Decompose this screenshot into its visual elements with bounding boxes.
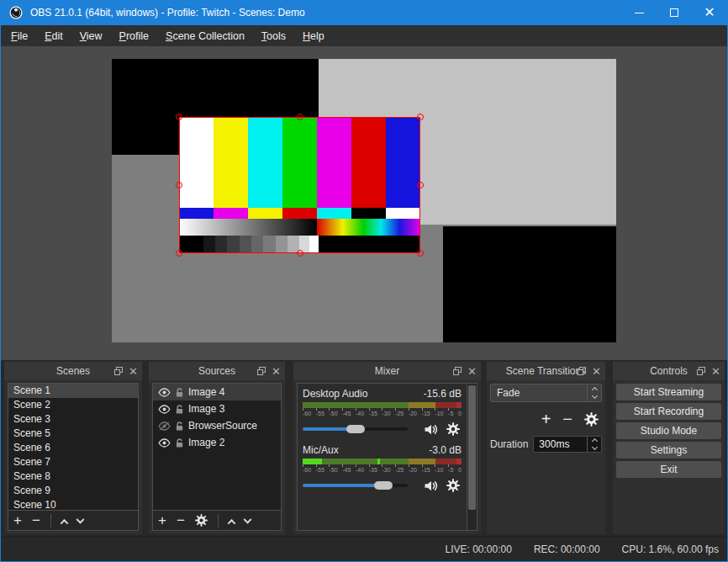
volume-slider[interactable]	[303, 484, 408, 487]
source-list-item[interactable]: Image 3	[153, 400, 281, 417]
mute-speaker-icon[interactable]	[423, 480, 440, 492]
move-source-up-button[interactable]	[229, 513, 235, 528]
window-controls: ✕	[621, 0, 727, 25]
volume-slider[interactable]	[303, 427, 408, 431]
channel-db-value: -3.0 dB	[429, 444, 462, 456]
source-list-item[interactable]: BrowserSource	[153, 417, 281, 434]
float-panel-icon[interactable]	[257, 367, 266, 375]
selection-handle-topmid[interactable]	[297, 114, 303, 120]
lock-icon[interactable]	[175, 437, 184, 448]
selection-handle-bottommid[interactable]	[297, 250, 303, 257]
selection-handle-midleft[interactable]	[176, 182, 182, 188]
testcard-reverse-bars	[179, 208, 420, 219]
source-list-item[interactable]: Image 4	[153, 384, 281, 400]
float-panel-icon[interactable]	[114, 367, 123, 375]
sources-panel-header[interactable]: Sources ✕	[149, 362, 285, 380]
minimize-button[interactable]	[621, 0, 657, 25]
scene-list-item[interactable]: Scene 8	[8, 469, 138, 484]
add-source-button[interactable]: +	[158, 513, 166, 528]
source-list-item[interactable]: Image 2	[153, 434, 281, 451]
remove-scene-button[interactable]: −	[32, 513, 40, 528]
visible-eye-icon[interactable]	[158, 405, 171, 414]
mute-speaker-icon[interactable]	[423, 423, 440, 436]
transition-properties-gear-icon[interactable]	[584, 412, 599, 427]
canvas-black-rect-bottomright[interactable]	[443, 226, 616, 342]
selection-handle-topright[interactable]	[417, 114, 424, 120]
scene-list-item[interactable]: Scene 2	[8, 398, 138, 412]
scene-list-item[interactable]: Scene 7	[8, 455, 138, 469]
source-properties-gear-icon[interactable]	[195, 514, 208, 527]
controls-panel-header[interactable]: Controls ✕	[613, 362, 725, 380]
channel-db-value: -15.6 dB	[424, 388, 462, 400]
mixer-scrollbar[interactable]	[467, 384, 477, 530]
scrollbar-thumb[interactable]	[468, 385, 476, 510]
close-panel-icon[interactable]: ✕	[467, 366, 477, 377]
maximize-button[interactable]	[657, 0, 692, 25]
channel-settings-gear-icon[interactable]	[445, 479, 462, 492]
duration-spinbox[interactable]: 300ms	[533, 436, 602, 453]
source-name: Image 2	[188, 437, 224, 448]
scenes-list: Scene 1 Scene 2 Scene 3 Scene 5 Scene 6 …	[8, 384, 138, 510]
transition-select[interactable]: Fade	[490, 384, 602, 402]
scene-canvas[interactable]	[112, 59, 616, 342]
scene-list-item[interactable]: Scene 1	[8, 384, 138, 398]
add-scene-button[interactable]: +	[13, 513, 22, 528]
combo-spinner[interactable]	[587, 384, 601, 401]
rec-time: REC: 00:00:00	[534, 543, 600, 555]
menu-edit[interactable]: Edit	[36, 27, 71, 45]
menu-help[interactable]: Help	[294, 27, 333, 45]
scenes-panel-header[interactable]: Scenes ✕	[4, 362, 142, 380]
scene-list-item[interactable]: Scene 6	[8, 441, 138, 455]
volume-slider-handle[interactable]	[374, 481, 393, 490]
close-panel-icon[interactable]: ✕	[592, 366, 601, 377]
float-panel-icon[interactable]	[453, 367, 462, 375]
hidden-eye-icon[interactable]	[158, 422, 171, 431]
selection-handle-topleft[interactable]	[176, 114, 182, 120]
sources-panel: Sources ✕ Image 4 Image 3	[149, 362, 285, 534]
menu-scene-collection[interactable]: Scene Collection	[157, 27, 253, 45]
selection-handle-bottomleft[interactable]	[176, 250, 182, 257]
scenes-toolbar: + −	[8, 510, 138, 530]
start-recording-button[interactable]: Start Recording	[616, 403, 721, 420]
channel-name: Desktop Audio	[303, 388, 367, 400]
mixer-channel-desktop-audio: Desktop Audio -15.6 dB -60-55-50-45-40-3…	[303, 388, 462, 436]
scene-list-item[interactable]: Scene 9	[8, 484, 138, 498]
scene-list-item[interactable]: Scene 3	[8, 412, 138, 427]
remove-source-button[interactable]: −	[177, 513, 185, 528]
close-panel-icon[interactable]: ✕	[129, 366, 138, 377]
scene-list-item[interactable]: Scene 5	[8, 427, 138, 441]
start-streaming-button[interactable]: Start Streaming	[616, 384, 721, 400]
duration-spinner[interactable]	[587, 437, 601, 452]
menu-view[interactable]: View	[71, 27, 111, 45]
menu-tools[interactable]: Tools	[253, 27, 294, 45]
mixer-panel-header[interactable]: Mixer ✕	[293, 362, 481, 380]
obs-window: OBS 21.0.1 (64bit, windows) - Profile: T…	[0, 0, 728, 562]
selection-handle-midright[interactable]	[417, 182, 424, 188]
move-scene-up-button[interactable]	[61, 513, 67, 528]
selection-handle-bottomright[interactable]	[417, 250, 424, 257]
close-button[interactable]: ✕	[692, 0, 727, 25]
volume-slider-handle[interactable]	[346, 425, 365, 433]
exit-button[interactable]: Exit	[616, 461, 721, 478]
float-panel-icon[interactable]	[578, 367, 586, 375]
remove-transition-button[interactable]: −	[562, 411, 572, 427]
menu-profile[interactable]: Profile	[111, 27, 157, 45]
visible-eye-icon[interactable]	[158, 438, 171, 448]
move-scene-down-button[interactable]	[77, 513, 83, 528]
move-source-down-button[interactable]	[245, 513, 251, 528]
scene-list-item[interactable]: Scene 10	[8, 498, 138, 510]
selected-testcard-source[interactable]	[179, 117, 420, 253]
lock-icon[interactable]	[175, 421, 184, 432]
lock-icon[interactable]	[175, 404, 184, 415]
visible-eye-icon[interactable]	[158, 388, 171, 397]
menu-file[interactable]: File	[3, 27, 36, 45]
close-panel-icon[interactable]: ✕	[711, 366, 720, 377]
lock-icon[interactable]	[175, 387, 184, 398]
close-panel-icon[interactable]: ✕	[272, 366, 281, 377]
studio-mode-button[interactable]: Studio Mode	[616, 422, 721, 439]
settings-button[interactable]: Settings	[616, 442, 721, 459]
add-transition-button[interactable]: +	[541, 411, 551, 427]
float-panel-icon[interactable]	[697, 367, 705, 375]
channel-settings-gear-icon[interactable]	[445, 422, 462, 436]
transitions-panel-header[interactable]: Scene Transitions ✕	[487, 362, 605, 380]
